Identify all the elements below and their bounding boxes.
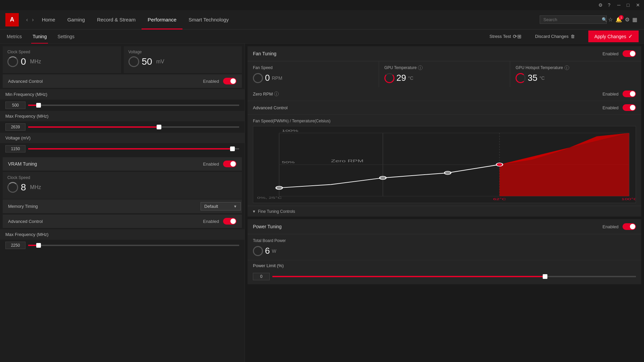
- power-limit-section: Power Limit (%) 0: [248, 260, 641, 284]
- close-icon[interactable]: ✕: [636, 2, 641, 8]
- tab-tuning[interactable]: Tuning: [31, 29, 48, 44]
- chart-x-100-label: 100°C: [621, 197, 636, 201]
- discard-changes-button[interactable]: Discard Changes 🗑: [535, 34, 575, 39]
- vram-clock-value: 8: [21, 182, 26, 193]
- fine-tuning-label: Fine Tuning Controls: [258, 209, 636, 214]
- vram-advanced-toggle[interactable]: [223, 218, 236, 225]
- search-input[interactable]: [543, 17, 600, 22]
- gpu-hotspot-box: GPU Hotspot Temperature i 35 °C: [510, 61, 641, 87]
- fan-tuning-header: Fan Tuning Enabled: [248, 46, 641, 61]
- gpu-hotspot-gauge: [516, 73, 526, 83]
- fan-advanced-label: Advanced Control: [253, 105, 602, 110]
- fan-advanced-toggle[interactable]: [623, 104, 636, 111]
- curve-point-4[interactable]: [496, 163, 503, 166]
- stress-test-button[interactable]: Stress Test ⟳⊞: [489, 34, 522, 40]
- zero-rpm-info-icon[interactable]: i: [274, 92, 279, 96]
- voltage-gauge: [128, 56, 139, 67]
- right-panel: Fan Tuning Enabled Fan Speed 0 RPM: [245, 44, 644, 362]
- vram-max-freq-label: Max Frequency (MHz): [0, 229, 245, 240]
- fan-curve-chart[interactable]: 100% 50% 0%, 25°C 62°C 100°C Zero RPM: [253, 126, 636, 203]
- max-freq-value: 2639: [5, 123, 25, 131]
- gpu-hotspot-value: 35: [528, 73, 537, 83]
- vram-max-freq-thumb[interactable]: [36, 243, 41, 248]
- power-limit-thumb[interactable]: [543, 274, 547, 279]
- vram-max-freq-track[interactable]: [28, 245, 239, 246]
- gear-icon[interactable]: ⚙: [624, 15, 631, 24]
- notifications-icon[interactable]: 🔔 1: [614, 15, 624, 24]
- voltage-mv-thumb[interactable]: [230, 146, 235, 151]
- power-limit-track[interactable]: [272, 276, 636, 277]
- settings-icon[interactable]: ⚙: [598, 2, 604, 8]
- voltage-mv-section: Voltage (mV) 1150: [0, 133, 245, 155]
- min-freq-thumb[interactable]: [36, 103, 41, 108]
- min-freq-slider-row: 500: [0, 100, 245, 111]
- clock-speed-unit: MHz: [30, 59, 41, 65]
- gpu-hotspot-info-icon[interactable]: i: [565, 65, 569, 70]
- memory-timing-select[interactable]: Default: [201, 202, 241, 210]
- voltage-mv-value: 1150: [5, 145, 25, 153]
- nav-record-stream[interactable]: Record & Stream: [91, 10, 142, 29]
- fan-advanced-row: Advanced Control Enabled: [248, 101, 641, 115]
- curve-point-1[interactable]: [276, 186, 282, 189]
- voltage-mv-track[interactable]: [28, 148, 239, 149]
- tab-settings[interactable]: Settings: [56, 29, 76, 44]
- max-freq-fill: [28, 126, 159, 128]
- nav-performance[interactable]: Performance: [142, 10, 182, 29]
- clock-speed-gauge: [7, 56, 18, 67]
- search-icon[interactable]: 🔍: [602, 17, 607, 22]
- advanced-control-toggle[interactable]: [223, 78, 236, 84]
- nav-smart-technology[interactable]: Smart Technology: [182, 10, 235, 29]
- advanced-control-status: Enabled: [203, 79, 219, 84]
- gpu-temp-info-icon[interactable]: i: [418, 65, 423, 70]
- forward-arrow[interactable]: ›: [30, 17, 36, 23]
- fine-tuning-row[interactable]: ▾ Fine Tuning Controls: [248, 206, 641, 217]
- gpu-temp-unit: °C: [408, 75, 414, 81]
- stress-test-icon: ⟳⊞: [513, 34, 522, 40]
- max-freq-thumb[interactable]: [157, 125, 161, 129]
- back-arrow[interactable]: ‹: [24, 17, 30, 23]
- nav-bar: A ‹ › Home Gaming Record & Stream Perfor…: [0, 10, 644, 29]
- title-bar: ⚙ ? ─ □ ✕: [0, 0, 644, 10]
- curve-point-3[interactable]: [444, 171, 451, 175]
- main-content: Clock Speed 0 MHz Voltage 50 mV Advanced…: [0, 44, 644, 362]
- vram-tuning-toggle[interactable]: [223, 161, 236, 167]
- maximize-icon[interactable]: □: [627, 2, 632, 8]
- question-icon[interactable]: ?: [608, 2, 613, 8]
- gpu-temp-label: GPU Temperature i: [384, 65, 505, 70]
- vram-max-freq-section: Max Frequency (MHz) 2250: [0, 229, 245, 251]
- favorites-icon[interactable]: ☆: [607, 15, 614, 24]
- power-tuning-toggle[interactable]: [623, 223, 636, 230]
- vram-tuning-status: Enabled: [203, 162, 219, 167]
- gpu-temp-box: GPU Temperature i 29 °C: [379, 61, 511, 87]
- zero-rpm-toggle[interactable]: [623, 90, 636, 97]
- chart-x-62-label: 62°C: [493, 197, 506, 201]
- trash-icon: 🗑: [571, 34, 575, 39]
- voltage-label: Voltage: [128, 50, 237, 54]
- vram-advanced-status: Enabled: [203, 219, 219, 224]
- memory-timing-row: Memory Timing Default ▾: [3, 199, 242, 213]
- clock-speed-box: Clock Speed 0 MHz: [3, 46, 121, 73]
- search-box[interactable]: 🔍: [540, 15, 607, 24]
- voltage-mv-slider-row: 1150: [0, 143, 245, 155]
- fan-metrics-row: Fan Speed 0 RPM GPU Temperature i: [248, 61, 641, 87]
- layout-icon[interactable]: ▦: [631, 15, 639, 24]
- curve-point-2[interactable]: [380, 176, 386, 180]
- fan-curve-svg: 100% 50% 0%, 25°C 62°C 100°C Zero RPM: [253, 126, 636, 203]
- apply-changes-button[interactable]: Apply Changes ✓: [588, 31, 639, 42]
- power-tuning-section: Power Tuning Enabled Total Board Power 6…: [248, 219, 641, 284]
- nav-home[interactable]: Home: [36, 10, 61, 29]
- chart-x-left-label: 0%, 25°C: [257, 196, 282, 199]
- fan-tuning-toggle[interactable]: [623, 50, 636, 57]
- power-limit-label: Power Limit (%): [248, 260, 641, 271]
- power-tuning-status: Enabled: [602, 224, 619, 229]
- minimize-icon[interactable]: ─: [617, 2, 623, 8]
- max-freq-slider-row: 2639: [0, 121, 245, 133]
- max-freq-track[interactable]: [28, 126, 239, 128]
- zero-rpm-label: Zero RPM i: [253, 92, 602, 97]
- fine-tuning-chevron-icon: ▾: [253, 209, 255, 214]
- nav-gaming[interactable]: Gaming: [61, 10, 91, 29]
- chart-title: Fan Speed(PWM%) / Temperature(Celsius): [253, 119, 636, 123]
- tab-metrics[interactable]: Metrics: [5, 29, 23, 44]
- min-freq-track[interactable]: [28, 105, 239, 106]
- vram-clock-label: Clock Speed: [7, 175, 237, 180]
